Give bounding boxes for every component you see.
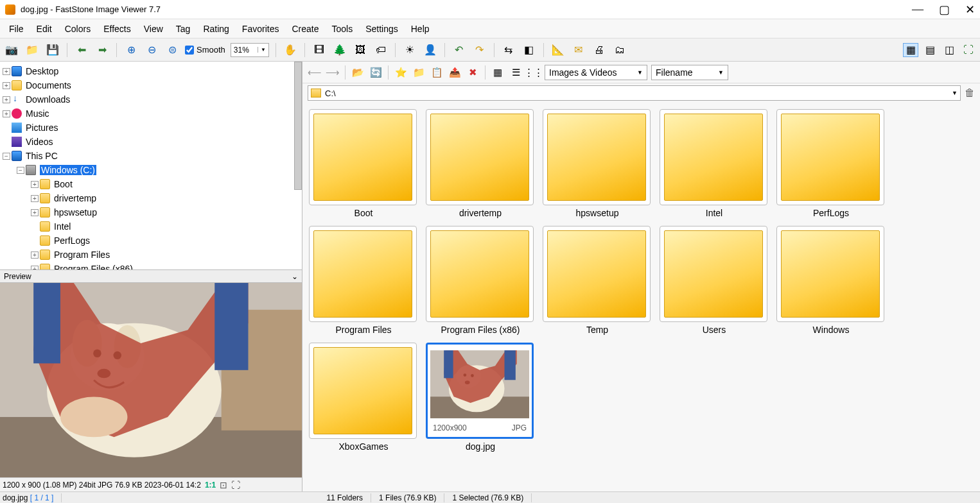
- tree-item-pictures[interactable]: Pictures: [0, 121, 302, 135]
- menu-settings[interactable]: Settings: [359, 21, 405, 37]
- view-details-icon[interactable]: ▤: [922, 43, 938, 57]
- tree-expander-icon[interactable]: +: [3, 110, 10, 117]
- thumb-drivertemp[interactable]: drivertemp: [426, 109, 535, 218]
- tree-item-boot[interactable]: +Boot: [0, 177, 302, 191]
- menu-tag[interactable]: Tag: [170, 21, 197, 37]
- refresh-folder-icon[interactable]: 🔄: [369, 65, 383, 80]
- filter-combo[interactable]: Images & Videos ▼: [545, 65, 647, 80]
- thumb-boot[interactable]: Boot: [309, 109, 418, 218]
- tree-expander-icon[interactable]: +: [3, 82, 10, 89]
- minimize-button[interactable]: —: [912, 3, 923, 17]
- tree-item-program-files[interactable]: +Program Files: [0, 248, 302, 262]
- up-folder-icon[interactable]: 📂: [351, 65, 365, 80]
- preview-image[interactable]: [0, 283, 302, 477]
- compare-icon[interactable]: 🖼: [353, 43, 368, 57]
- email-icon[interactable]: ✉: [571, 43, 586, 57]
- tree-expander-icon[interactable]: −: [17, 167, 24, 174]
- delete-icon[interactable]: ✖: [466, 65, 480, 80]
- fullscreen-icon[interactable]: ⛶: [961, 43, 976, 57]
- acquire-icon[interactable]: 📷: [4, 43, 19, 57]
- color-icon[interactable]: ☀: [402, 43, 417, 57]
- tag-icon[interactable]: 🏷: [373, 43, 389, 57]
- copy-to-icon[interactable]: 📋: [430, 65, 444, 80]
- view-thumbnails-icon[interactable]: ▦: [903, 43, 918, 57]
- view-preview-icon[interactable]: ◫: [941, 43, 957, 57]
- menu-file[interactable]: File: [3, 21, 30, 37]
- thumb-dog-jpg[interactable]: 1200x900JPGdog.jpg: [426, 343, 535, 452]
- zoom-combo[interactable]: 31% ▼: [231, 43, 269, 57]
- thumb-perflogs[interactable]: PerfLogs: [776, 109, 886, 218]
- view-list-icon[interactable]: ☰: [509, 65, 523, 80]
- wallpaper-icon[interactable]: 🌲: [332, 43, 347, 57]
- thumb-xboxgames[interactable]: XboxGames: [309, 343, 418, 452]
- menu-view[interactable]: View: [137, 21, 170, 37]
- tree-item-hpswsetup[interactable]: +hpswsetup: [0, 205, 302, 219]
- crop-icon[interactable]: ◧: [521, 43, 537, 57]
- menu-help[interactable]: Help: [405, 21, 436, 37]
- maximize-button[interactable]: ▢: [939, 3, 950, 17]
- path-input[interactable]: C:\ ▼: [308, 85, 961, 101]
- print-icon[interactable]: 🖨: [591, 43, 607, 57]
- tree-scrollbar[interactable]: [294, 62, 302, 190]
- thumb-program-files-x86-[interactable]: Program Files (x86): [426, 226, 535, 335]
- folder-tree[interactable]: +Desktop+Documents+Downloads+MusicPictur…: [0, 62, 302, 270]
- tree-item-program-files-x86-[interactable]: +Program Files (x86): [0, 262, 302, 270]
- tree-item-music[interactable]: +Music: [0, 107, 302, 121]
- tree-item-documents[interactable]: +Documents: [0, 78, 302, 92]
- tree-expander-icon[interactable]: +: [3, 96, 10, 103]
- menu-tools[interactable]: Tools: [325, 21, 359, 37]
- thumb-program-files[interactable]: Program Files: [309, 226, 418, 335]
- fit-icon[interactable]: ⛶: [231, 480, 240, 490]
- move-to-icon[interactable]: 📤: [448, 65, 462, 80]
- undo-icon[interactable]: ↶: [451, 43, 467, 57]
- tree-item-windows-c-[interactable]: −Windows (C:): [0, 163, 302, 177]
- tree-item-videos[interactable]: Videos: [0, 135, 302, 149]
- forward-icon[interactable]: ➡: [94, 43, 110, 57]
- thumbnail-grid[interactable]: BootdrivertemphpswsetupIntelPerfLogsProg…: [302, 103, 980, 491]
- tree-item-this-pc[interactable]: −This PC: [0, 149, 302, 163]
- view-detail-icon[interactable]: ⋮⋮: [527, 65, 541, 80]
- redo-icon[interactable]: ↷: [472, 43, 487, 57]
- close-button[interactable]: ✕: [965, 3, 975, 17]
- sort-combo[interactable]: Filename ▼: [651, 65, 728, 80]
- chevron-down-icon[interactable]: ▼: [258, 47, 266, 53]
- chevron-down-icon[interactable]: ⌄: [292, 272, 298, 281]
- open-folder-icon[interactable]: 📁: [24, 43, 40, 57]
- menu-favorites[interactable]: Favorites: [236, 21, 286, 37]
- chevron-down-icon[interactable]: ▼: [633, 69, 643, 76]
- tree-item-drivertemp[interactable]: +drivertemp: [0, 191, 302, 205]
- tree-expander-icon[interactable]: −: [3, 153, 10, 160]
- tree-expander-icon[interactable]: +: [31, 181, 39, 188]
- resize-icon[interactable]: 📐: [550, 43, 566, 57]
- zoom-out-icon[interactable]: ⊖: [144, 43, 159, 57]
- save-icon[interactable]: 💾: [45, 43, 60, 57]
- thumb-windows[interactable]: Windows: [776, 226, 886, 335]
- favorite-icon[interactable]: ⭐: [394, 65, 408, 80]
- zoom-fit-icon[interactable]: ⊜: [164, 43, 180, 57]
- add-fav-icon[interactable]: 📁: [412, 65, 426, 80]
- chevron-down-icon[interactable]: ▼: [952, 90, 958, 96]
- slideshow-icon[interactable]: 🎞: [311, 43, 327, 57]
- back-icon[interactable]: ⬅: [74, 43, 89, 57]
- tree-expander-icon[interactable]: +: [31, 252, 39, 259]
- menu-effects[interactable]: Effects: [97, 21, 137, 37]
- thumb-users[interactable]: Users: [660, 226, 769, 335]
- smooth-checkbox[interactable]: Smooth: [185, 45, 225, 55]
- nav-back-icon[interactable]: ⟵: [308, 65, 322, 80]
- thumb-intel[interactable]: Intel: [660, 109, 769, 218]
- tree-item-perflogs[interactable]: PerfLogs: [0, 234, 302, 248]
- redeye-icon[interactable]: 👤: [423, 43, 438, 57]
- preview-header[interactable]: Preview ⌄: [0, 270, 302, 283]
- tree-item-intel[interactable]: Intel: [0, 219, 302, 234]
- tree-expander-icon[interactable]: +: [31, 266, 39, 271]
- lock-icon[interactable]: ⊡: [220, 480, 227, 490]
- tree-expander-icon[interactable]: +: [31, 209, 39, 216]
- menu-rating[interactable]: Rating: [197, 21, 235, 37]
- chevron-down-icon[interactable]: ▼: [714, 69, 724, 76]
- menu-edit[interactable]: Edit: [30, 21, 58, 37]
- zoom-in-icon[interactable]: ⊕: [123, 43, 139, 57]
- tree-expander-icon[interactable]: +: [3, 68, 10, 75]
- smooth-check-input[interactable]: [185, 46, 194, 55]
- tree-expander-icon[interactable]: +: [31, 195, 39, 202]
- thumb-temp[interactable]: Temp: [543, 226, 652, 335]
